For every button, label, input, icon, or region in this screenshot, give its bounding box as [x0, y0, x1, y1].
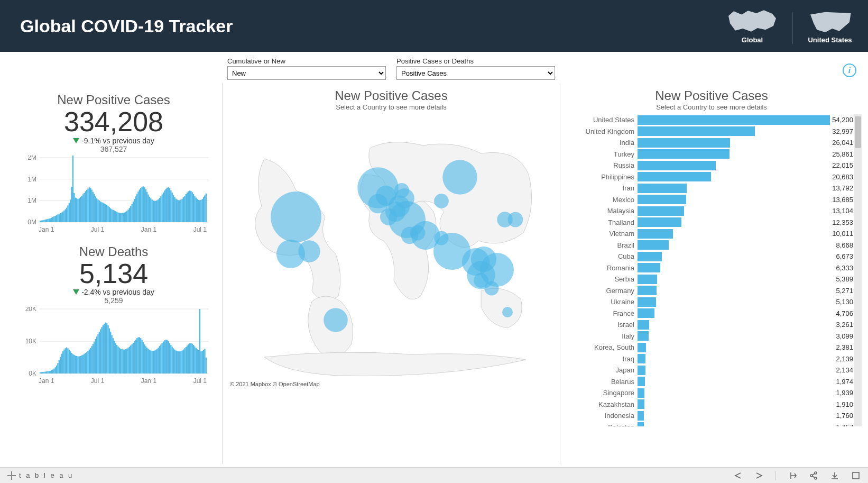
country-bar-row[interactable]: Iran13,792 — [560, 183, 853, 194]
country-value: 12,353 — [832, 218, 853, 226]
kpi-deaths-value: 5,134 — [17, 259, 210, 288]
country-bar-row[interactable]: Philippines20,683 — [560, 171, 853, 183]
share-icon[interactable] — [809, 471, 818, 480]
country-bar-row[interactable]: Turkey25,861 — [560, 149, 853, 160]
country-value: 3,099 — [836, 332, 853, 340]
revert-icon[interactable] — [788, 471, 797, 480]
country-name: Ukraine — [560, 298, 638, 306]
svg-point-310 — [508, 212, 523, 227]
country-bar-row[interactable]: Malaysia13,104 — [560, 205, 853, 217]
map-panel: New Positive Cases Select a Country to s… — [222, 83, 560, 464]
svg-rect-106 — [163, 192, 164, 222]
svg-rect-174 — [69, 350, 70, 373]
country-bar-row[interactable]: Korea, South2,381 — [560, 342, 853, 353]
svg-rect-73 — [121, 213, 122, 222]
filter-metric-select[interactable]: Positive Cases — [396, 66, 555, 80]
country-bar-row[interactable]: Thailand12,353 — [560, 217, 853, 229]
svg-rect-42 — [82, 194, 84, 222]
svg-rect-267 — [186, 347, 187, 373]
country-name: Belarus — [560, 378, 638, 386]
svg-rect-121 — [181, 198, 182, 222]
tab-united-states[interactable]: United States — [807, 8, 853, 44]
country-bar-row[interactable]: Serbia5,389 — [560, 274, 853, 285]
svg-rect-19 — [53, 216, 54, 222]
cases-timeseries-chart[interactable]: 0M1M1M2MJan 1Jul 1Jan 1Jul 1 — [17, 156, 210, 235]
svg-rect-198 — [99, 332, 100, 373]
info-icon[interactable]: i — [843, 63, 856, 77]
svg-rect-21 — [56, 215, 57, 222]
svg-rect-171 — [65, 349, 66, 374]
svg-rect-28 — [65, 209, 66, 222]
download-icon[interactable] — [830, 471, 839, 480]
svg-rect-228 — [136, 338, 137, 373]
tableau-logo[interactable]: t a b l e a u — [7, 471, 73, 480]
country-bar-row[interactable]: Iraq2,139 — [560, 353, 853, 365]
country-bar-row[interactable]: Germany5,271 — [560, 285, 853, 297]
country-bar-row[interactable]: Mexico13,685 — [560, 194, 853, 206]
svg-rect-119 — [179, 200, 180, 222]
svg-rect-103 — [159, 198, 160, 222]
country-bar-row[interactable]: Pakistan1,757 — [560, 422, 853, 427]
svg-text:20K: 20K — [25, 307, 36, 313]
country-bar-row[interactable]: Russia22,015 — [560, 160, 853, 171]
country-bar-fill — [638, 263, 660, 272]
country-bar-row[interactable]: Israel3,261 — [560, 319, 853, 331]
svg-text:Jan 1: Jan 1 — [39, 377, 54, 385]
country-bar-row[interactable]: United Kingdom32,997 — [560, 126, 853, 138]
country-bar-row[interactable]: Italy3,099 — [560, 331, 853, 342]
svg-rect-197 — [97, 334, 98, 373]
country-bar-fill — [638, 377, 645, 386]
svg-rect-52 — [95, 196, 96, 222]
country-bar-row[interactable]: Japan2,134 — [560, 364, 853, 376]
country-bar-row[interactable]: Belarus1,974 — [560, 376, 853, 388]
svg-rect-200 — [101, 327, 102, 373]
deaths-timeseries-chart[interactable]: 0K10K20KJan 1Jul 1Jan 1Jul 1 — [17, 307, 210, 386]
vertical-scrollbar[interactable] — [854, 114, 862, 426]
svg-rect-179 — [75, 356, 76, 373]
country-bar-row[interactable]: Ukraine5,130 — [560, 296, 853, 308]
country-name: India — [560, 139, 638, 147]
svg-rect-246 — [159, 346, 160, 373]
svg-rect-11 — [43, 220, 44, 222]
svg-rect-35 — [73, 193, 75, 222]
country-bar-row[interactable]: Cuba6,673 — [560, 251, 853, 262]
country-name: Kazakhstan — [560, 400, 638, 408]
country-bar-row[interactable]: Vietnam10,011 — [560, 228, 853, 240]
filter-mode-select[interactable]: New — [227, 66, 386, 80]
svg-point-311 — [394, 183, 409, 198]
country-name: Turkey — [560, 150, 638, 158]
country-value: 20,683 — [832, 173, 853, 181]
svg-rect-181 — [77, 357, 78, 374]
svg-rect-279 — [200, 351, 201, 373]
undo-icon[interactable] — [733, 471, 743, 480]
svg-point-288 — [271, 192, 321, 242]
svg-rect-62 — [107, 205, 108, 222]
country-name: Italy — [560, 332, 638, 340]
svg-rect-69 — [116, 212, 117, 222]
svg-rect-234 — [144, 344, 145, 373]
world-map[interactable] — [233, 116, 550, 381]
svg-rect-172 — [66, 348, 67, 373]
country-bar-row[interactable]: Kazakhstan1,910 — [560, 399, 853, 411]
country-name: United Kingdom — [560, 127, 638, 135]
svg-rect-131 — [194, 196, 195, 222]
svg-rect-61 — [106, 205, 107, 222]
country-bar-fill — [638, 138, 730, 148]
tab-global[interactable]: Global — [726, 8, 779, 44]
redo-icon[interactable] — [754, 471, 764, 480]
svg-rect-250 — [164, 340, 165, 373]
country-bar-row[interactable]: India26,041 — [560, 137, 853, 149]
country-bar-row[interactable]: France4,706 — [560, 308, 853, 320]
country-bar-row[interactable]: United States54,200 — [560, 114, 853, 126]
svg-rect-40 — [80, 197, 81, 222]
country-bar-row[interactable]: Brazil8,668 — [560, 240, 853, 251]
svg-rect-216 — [121, 349, 122, 373]
svg-rect-196 — [96, 336, 97, 373]
svg-text:Jul 1: Jul 1 — [193, 377, 207, 385]
country-bar-row[interactable]: Singapore1,939 — [560, 387, 853, 399]
country-bar-row[interactable]: Romania6,333 — [560, 262, 853, 274]
svg-rect-57 — [101, 202, 102, 222]
country-bar-row[interactable]: Indonesia1,760 — [560, 410, 853, 422]
svg-rect-78 — [127, 209, 128, 222]
fullscreen-icon[interactable] — [851, 471, 861, 480]
